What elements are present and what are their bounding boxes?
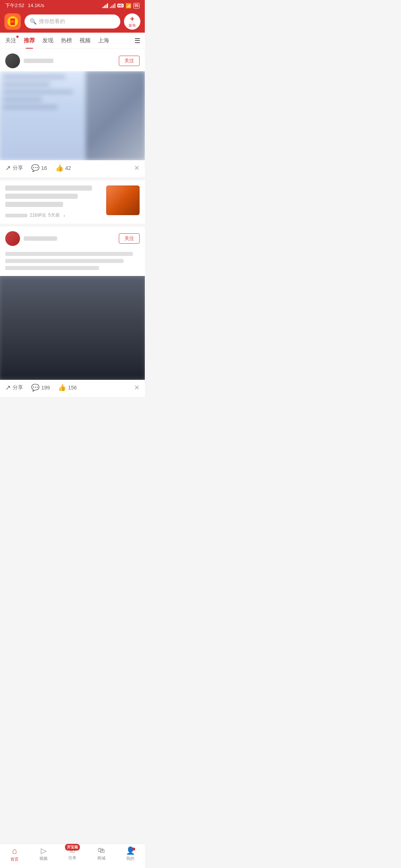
search-icon: 🔍 [30, 18, 37, 25]
post-image-2 [0, 276, 145, 380]
logo-image: 🧧 [7, 16, 18, 27]
status-bar: 下午2:52 14.1K/s HD 📶 95 [0, 0, 145, 10]
avatar-2[interactable] [5, 231, 20, 246]
dismiss-button-2[interactable]: ✕ [134, 384, 140, 392]
action-bar-2: ↗ 分享 💬 199 👍 156 ✕ [0, 380, 145, 397]
publish-button[interactable]: + 发布 [124, 13, 140, 30]
follow-button-1[interactable]: 关注 [119, 56, 140, 66]
like-count-2: 156 [68, 385, 76, 391]
comment-icon-2: 💬 [31, 384, 39, 392]
tab-follow[interactable]: 关注 [1, 33, 20, 49]
comment-count-2: 199 [41, 385, 50, 391]
status-time-speed: 下午2:52 14.1K/s [5, 2, 44, 9]
news-thumbnail [106, 185, 140, 215]
news-comments: 216评论 [30, 212, 46, 218]
follow-button-2[interactable]: 关注 [119, 233, 140, 244]
tab-shanghai[interactable]: 上海 [94, 33, 113, 49]
like-button-2[interactable]: 👍 156 [58, 384, 76, 392]
username-1 [24, 59, 115, 63]
post-card-1: 关注 ↗ 分享 [0, 49, 145, 177]
comment-button-1[interactable]: 💬 16 [31, 164, 47, 172]
username-2 [24, 236, 115, 241]
search-input[interactable]: 搜你想看的 [39, 18, 65, 25]
news-content: 216评论 5天前 › [5, 185, 140, 218]
news-meta: 216评论 5天前 › [5, 212, 102, 218]
share-label-1: 分享 [13, 165, 23, 171]
share-icon-2: ↗ [5, 384, 11, 392]
tab-recommend[interactable]: 推荐 [20, 33, 39, 49]
nav-tabs: 关注 推荐 发现 热榜 视频 上海 ☰ [0, 33, 145, 49]
news-title-line1 [5, 185, 92, 191]
battery-icon: 95 [133, 3, 140, 9]
search-bar[interactable]: 🔍 搜你想看的 [25, 14, 120, 29]
avatar-1[interactable] [5, 53, 20, 68]
app-logo[interactable]: 🧧 [4, 13, 21, 30]
publish-label: 发布 [128, 23, 136, 28]
share-icon: ↗ [5, 164, 11, 172]
like-button-1[interactable]: 👍 42 [55, 164, 71, 172]
like-icon-2: 👍 [58, 384, 66, 392]
comment-icon-1: 💬 [31, 164, 39, 172]
like-count-1: 42 [65, 165, 71, 171]
comment-button-2[interactable]: 💬 199 [31, 384, 50, 392]
app-header: 🧧 🔍 搜你想看的 + 发布 [0, 10, 145, 33]
tab-discover[interactable]: 发现 [39, 33, 57, 49]
wifi-icon: 📶 [125, 3, 131, 9]
speed: 14.1K/s [28, 3, 44, 8]
signal-icon-2 [110, 3, 115, 8]
hd-badge: HD [117, 4, 124, 7]
feed: 关注 ↗ 分享 [0, 49, 145, 426]
news-source [5, 214, 27, 217]
dismiss-button-1[interactable]: ✕ [134, 164, 140, 172]
follow-dot [16, 36, 19, 38]
post-header-2: 关注 [0, 227, 145, 249]
tab-video[interactable]: 视频 [76, 33, 94, 49]
tab-hot[interactable]: 热榜 [57, 33, 76, 49]
news-title-line3 [5, 202, 63, 207]
status-icons: HD 📶 95 [102, 3, 140, 9]
post-header-1: 关注 [0, 49, 145, 71]
news-arrow-icon: › [63, 213, 65, 218]
nav-menu-icon[interactable]: ☰ [131, 33, 143, 49]
share-button-2[interactable]: ↗ 分享 [5, 384, 23, 392]
post-text-2 [0, 249, 145, 276]
like-icon-1: 👍 [55, 164, 63, 172]
post-image-1 [0, 71, 145, 160]
news-text-area: 216评论 5天前 › [5, 185, 102, 218]
comment-count-1: 16 [41, 165, 47, 171]
post-card-2: 关注 ↗ 分享 💬 199 👍 156 [0, 227, 145, 397]
action-bar-1: ↗ 分享 💬 16 👍 42 ✕ [0, 160, 145, 177]
news-time: 5天前 [48, 212, 60, 218]
news-title-line2 [5, 194, 78, 199]
plus-icon: + [130, 15, 134, 23]
news-card-1[interactable]: 216评论 5天前 › [0, 180, 145, 224]
time: 下午2:52 [5, 3, 24, 8]
share-label-2: 分享 [13, 384, 23, 391]
signal-icon [102, 3, 108, 8]
share-button-1[interactable]: ↗ 分享 [5, 164, 23, 172]
